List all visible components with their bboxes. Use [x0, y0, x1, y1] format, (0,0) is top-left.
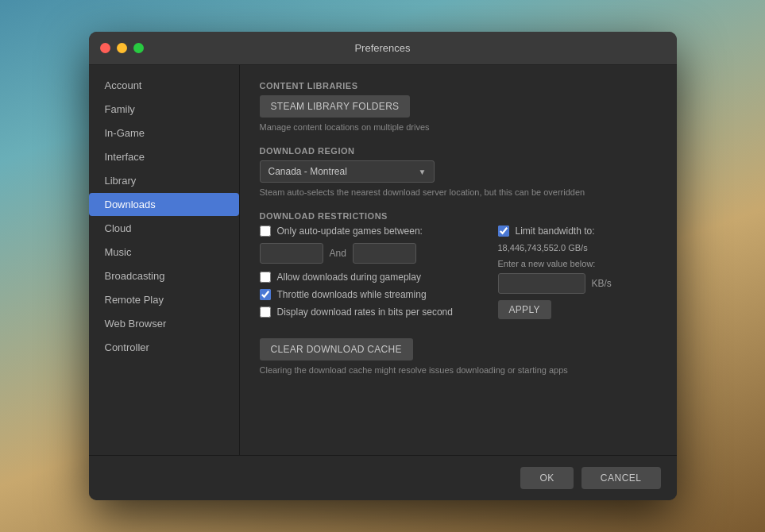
sidebar-item-library[interactable]: Library	[89, 169, 239, 192]
titlebar: Preferences	[89, 32, 677, 65]
limit-bandwidth-row: Limit bandwidth to:	[498, 226, 657, 237]
download-restrictions-section: Download Restrictions Only auto-update g…	[260, 211, 657, 324]
clear-cache-section: CLEAR DOWNLOAD CACHE Clearing the downlo…	[260, 338, 657, 375]
allow-downloads-label[interactable]: Allow downloads during gameplay	[277, 272, 421, 283]
sidebar-item-interface[interactable]: Interface	[89, 145, 239, 168]
bandwidth-enter-label: Enter a new value below:	[498, 259, 657, 268]
sidebar-item-remote-play[interactable]: Remote Play	[89, 288, 239, 311]
limit-bandwidth-label[interactable]: Limit bandwidth to:	[516, 226, 595, 237]
display-bits-row: Display download rates in bits per secon…	[260, 306, 474, 318]
start-time-input[interactable]	[260, 243, 323, 264]
and-label: And	[330, 248, 346, 259]
steam-library-folders-button[interactable]: STEAM LIBRARY FOLDERS	[260, 95, 411, 118]
minimize-button[interactable]	[117, 43, 127, 53]
sidebar-item-downloads[interactable]: Downloads	[89, 193, 239, 216]
bandwidth-input[interactable]	[498, 273, 585, 294]
sidebar-item-controller[interactable]: Controller	[89, 336, 239, 359]
end-time-input[interactable]	[353, 243, 416, 264]
sidebar-item-broadcasting[interactable]: Broadcasting	[89, 264, 239, 287]
sidebar: Account Family In-Game Interface Library…	[89, 65, 240, 455]
limit-bandwidth-checkbox[interactable]	[498, 226, 509, 237]
close-button[interactable]	[100, 43, 110, 53]
footer: OK CANCEL	[89, 455, 677, 500]
auto-update-row: Only auto-update games between:	[260, 226, 474, 237]
apply-button[interactable]: APPLY	[498, 300, 551, 319]
bandwidth-input-row: KB/s	[498, 273, 657, 294]
ok-button[interactable]: OK	[520, 467, 573, 489]
kb-unit-label: KB/s	[592, 278, 612, 289]
download-region-title: Download Region	[260, 146, 657, 156]
time-inputs: And	[260, 243, 474, 264]
download-region-section: Download Region Canada - Montreal United…	[260, 146, 657, 197]
window-content: Account Family In-Game Interface Library…	[89, 65, 677, 455]
download-region-helper: Steam auto-selects the nearest download …	[260, 187, 657, 197]
window-title: Preferences	[354, 42, 410, 54]
traffic-lights	[100, 43, 144, 53]
allow-downloads-checkbox[interactable]	[260, 272, 271, 283]
auto-update-checkbox[interactable]	[260, 226, 271, 237]
allow-downloads-row: Allow downloads during gameplay	[260, 272, 474, 283]
cancel-button[interactable]: CANCEL	[581, 467, 661, 489]
display-bits-label[interactable]: Display download rates in bits per secon…	[277, 306, 453, 318]
sidebar-item-music[interactable]: Music	[89, 241, 239, 264]
bandwidth-current-value: 18,446,743,552.0 GB/s	[498, 243, 657, 253]
sidebar-item-cloud[interactable]: Cloud	[89, 217, 239, 240]
preferences-window: Preferences Account Family In-Game Inter…	[89, 32, 677, 500]
restrictions-left: Only auto-update games between: And Allo…	[260, 226, 474, 324]
maximize-button[interactable]	[133, 43, 144, 53]
sidebar-item-family[interactable]: Family	[89, 98, 239, 121]
restrictions-grid: Only auto-update games between: And Allo…	[260, 226, 657, 324]
sidebar-item-account[interactable]: Account	[89, 74, 239, 97]
download-region-dropdown-wrap: Canada - Montreal United States - Seattl…	[260, 160, 435, 183]
sidebar-item-in-game[interactable]: In-Game	[89, 121, 239, 145]
content-libraries-section: Content Libraries STEAM LIBRARY FOLDERS …	[260, 81, 657, 132]
display-bits-checkbox[interactable]	[260, 306, 271, 318]
content-libraries-helper: Manage content locations on multiple dri…	[260, 122, 657, 132]
download-restrictions-title: Download Restrictions	[260, 211, 657, 221]
restrictions-right: Limit bandwidth to: 18,446,743,552.0 GB/…	[498, 226, 657, 324]
clear-cache-helper: Clearing the download cache might resolv…	[260, 365, 657, 375]
download-region-select[interactable]: Canada - Montreal United States - Seattl…	[260, 160, 435, 183]
auto-update-label[interactable]: Only auto-update games between:	[277, 226, 423, 237]
main-panel: Content Libraries STEAM LIBRARY FOLDERS …	[240, 65, 677, 455]
throttle-downloads-label[interactable]: Throttle downloads while streaming	[277, 289, 427, 300]
throttle-downloads-checkbox[interactable]	[260, 289, 271, 300]
sidebar-item-web-browser[interactable]: Web Browser	[89, 312, 239, 335]
content-libraries-title: Content Libraries	[260, 81, 657, 91]
throttle-downloads-row: Throttle downloads while streaming	[260, 289, 474, 300]
clear-download-cache-button[interactable]: CLEAR DOWNLOAD CACHE	[260, 338, 413, 360]
